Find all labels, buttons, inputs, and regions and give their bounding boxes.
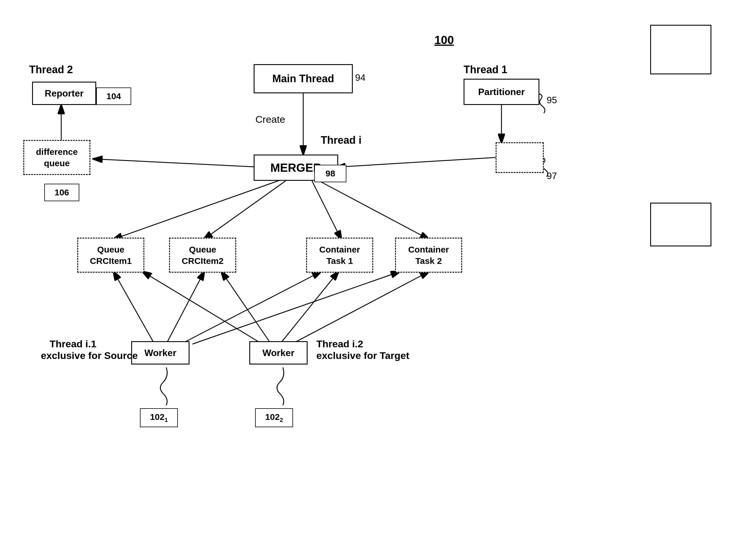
thread-i1-label: Thread i.1 [49, 338, 97, 350]
reporter-label: Reporter [45, 88, 84, 99]
num-102-2-label: 1022 [265, 412, 283, 423]
num-98-box: 98 [314, 165, 346, 182]
num-104-box: 104 [96, 88, 131, 105]
corner-box-top [650, 25, 711, 75]
num-102-1-box: 1021 [140, 408, 178, 427]
container-task1-box: ContainerTask 1 [306, 238, 373, 273]
worker2-box: Worker [249, 341, 308, 365]
corner-box-mid [650, 203, 711, 246]
svg-line-8 [204, 181, 286, 239]
svg-line-14 [221, 272, 271, 344]
svg-line-9 [312, 181, 341, 239]
num-106-box: 106 [44, 184, 79, 201]
reporter-box: Reporter [32, 82, 96, 105]
worker2-label: Worker [262, 348, 294, 359]
svg-line-11 [114, 272, 155, 344]
svg-line-18 [192, 272, 400, 344]
svg-line-4 [337, 157, 496, 167]
thread1-label: Thread 1 [464, 63, 507, 76]
main-thread-label: Main Thread [272, 73, 334, 85]
svg-line-13 [143, 272, 262, 344]
partitioner-label: Partitioner [478, 87, 525, 97]
num-98-label: 98 [325, 168, 335, 178]
num-95-label: 95 [547, 95, 557, 106]
svg-line-16 [280, 272, 338, 344]
num-104-label: 104 [107, 91, 121, 101]
svg-line-17 [292, 272, 429, 344]
partitioner-box: Partitioner [464, 79, 540, 105]
svg-line-12 [166, 272, 204, 344]
svg-line-5 [94, 159, 254, 167]
svg-line-7 [114, 180, 280, 239]
num-102-1-label: 1021 [150, 412, 168, 423]
container-task2-box: ContainerTask 2 [395, 238, 462, 273]
svg-line-15 [181, 272, 321, 344]
num-100-label: 100 [434, 33, 454, 47]
num-94-label: 94 [355, 72, 365, 83]
container-task1-label: ContainerTask 1 [319, 244, 360, 267]
worker1-box: Worker [131, 341, 189, 365]
thread-i-label: Thread i [321, 134, 361, 146]
num-106-label: 106 [54, 187, 69, 197]
worker1-label: Worker [144, 348, 176, 359]
main-thread-box: Main Thread [254, 64, 353, 93]
exclusive-source-label: exclusive for Source [41, 350, 138, 361]
create-label: Create [256, 114, 285, 125]
exclusive-target-label: exclusive for Target [316, 350, 409, 361]
difference-queue-box: differencequeue [23, 140, 91, 175]
node-97-box [496, 142, 544, 173]
queue-crcitem2-box: QueueCRCItem2 [169, 238, 236, 273]
num-102-2-box: 1022 [255, 408, 293, 427]
thread2-label: Thread 2 [29, 63, 73, 76]
queue-crcitem2-label: QueueCRCItem2 [182, 244, 223, 267]
num-97-label: 97 [547, 171, 557, 181]
merger-label: MERGER [270, 161, 322, 174]
svg-line-10 [318, 180, 429, 239]
difference-queue-label: differencequeue [36, 146, 78, 169]
queue-crcitem1-box: QueueCRCItem1 [77, 238, 144, 273]
queue-crcitem1-label: QueueCRCItem1 [90, 244, 132, 267]
diagram: Main Thread MERGER Reporter Partitioner … [0, 0, 756, 552]
thread-i2-label: Thread i.2 [316, 338, 363, 350]
container-task2-label: ContainerTask 2 [408, 244, 449, 267]
